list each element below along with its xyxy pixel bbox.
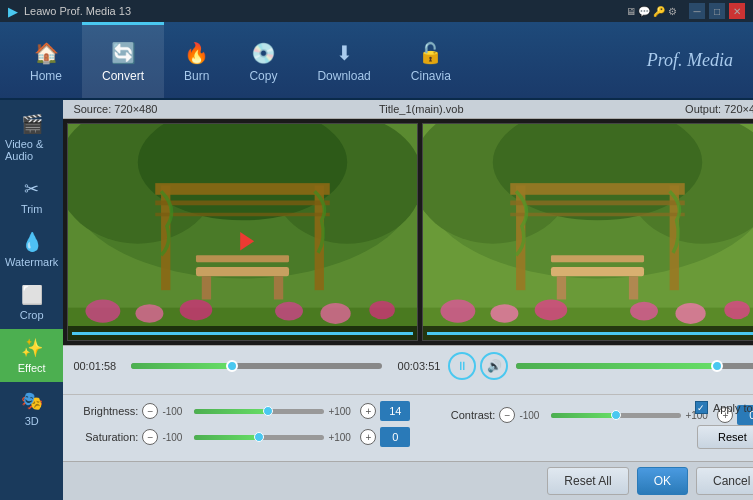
nav-burn[interactable]: 🔥 Burn <box>164 22 229 98</box>
nav-burn-label: Burn <box>184 69 209 83</box>
nav-cinavia[interactable]: 🔓 Cinavia <box>391 22 471 98</box>
saturation-decrease-btn[interactable]: − <box>142 429 158 445</box>
svg-rect-13 <box>196 255 289 262</box>
reset-button[interactable]: Reset <box>697 425 753 449</box>
nav-cinavia-label: Cinavia <box>411 69 451 83</box>
main-nav: 🏠 Home 🔄 Convert 🔥 Burn 💿 Copy ⬇ Downloa… <box>0 22 753 100</box>
sidebar-item-video-audio[interactable]: 🎬 Video & Audio <box>0 105 63 170</box>
preview-area <box>63 119 753 345</box>
svg-rect-10 <box>196 267 289 276</box>
volume-thumb[interactable] <box>711 360 723 372</box>
svg-point-40 <box>630 302 658 321</box>
effect-icon: ✨ <box>21 337 43 359</box>
cinavia-icon: 🔓 <box>418 41 443 65</box>
nav-convert[interactable]: 🔄 Convert <box>82 22 164 98</box>
pause-button[interactable]: ⏸ <box>448 352 476 380</box>
cancel-button[interactable]: Cancel <box>696 467 753 495</box>
timeline-row: 00:01:58 00:03:51 ⏸ 🔊 <box>73 352 753 380</box>
svg-point-37 <box>441 299 476 322</box>
nav-copy[interactable]: 💿 Copy <box>229 22 297 98</box>
brightness-increase-btn[interactable]: + <box>360 403 376 419</box>
svg-rect-7 <box>156 183 331 195</box>
brightness-decrease-btn[interactable]: − <box>142 403 158 419</box>
sidebar-crop-label: Crop <box>20 309 44 321</box>
svg-point-18 <box>275 302 303 321</box>
main-editor: Source: 720×480 Title_1(main).vob Output… <box>63 100 753 500</box>
saturation-slider[interactable] <box>194 435 324 440</box>
nav-home[interactable]: 🏠 Home <box>10 22 82 98</box>
video-audio-icon: 🎬 <box>21 113 43 135</box>
checkbox-check-icon: ✓ <box>697 403 705 413</box>
brightness-max: +100 <box>328 406 356 417</box>
svg-rect-29 <box>511 183 686 195</box>
sidebar-item-effect[interactable]: ✨ Effect <box>0 329 63 382</box>
time-start: 00:01:58 <box>73 360 123 372</box>
contrast-decrease-btn[interactable]: − <box>499 407 515 423</box>
convert-icon: 🔄 <box>111 41 136 65</box>
crop-icon: ⬜ <box>21 284 43 306</box>
sidebar-effect-label: Effect <box>18 362 46 374</box>
info-bar: Source: 720×480 Title_1(main).vob Output… <box>63 100 753 119</box>
nav-download[interactable]: ⬇ Download <box>297 22 390 98</box>
contrast-thumb[interactable] <box>611 410 621 420</box>
trim-icon: ✂ <box>24 178 39 200</box>
saturation-max: +100 <box>328 432 356 443</box>
bottom-bar: Reset All OK Cancel <box>63 461 753 500</box>
sidebar-item-trim[interactable]: ✂ Trim <box>0 170 63 223</box>
apply-to-all-checkbox[interactable]: ✓ <box>695 401 708 414</box>
svg-rect-34 <box>629 276 638 299</box>
timeline-progress-original <box>72 332 413 335</box>
volume-button[interactable]: 🔊 <box>480 352 508 380</box>
title-bar: ▶ Leawo Prof. Media 13 🖥 💬 🔑 ⚙ ─ □ ✕ <box>0 0 753 22</box>
svg-rect-32 <box>551 267 644 276</box>
sidebar-video-audio-label: Video & Audio <box>5 138 58 162</box>
video-original <box>68 124 417 340</box>
svg-rect-12 <box>274 276 283 299</box>
nav-convert-label: Convert <box>102 69 144 83</box>
saturation-increase-btn[interactable]: + <box>360 429 376 445</box>
saturation-value: 0 <box>380 427 410 447</box>
window-controls: 🖥 💬 🔑 ⚙ ─ □ ✕ <box>626 3 745 19</box>
main-timeline-track[interactable] <box>131 363 382 369</box>
contrast-slider[interactable] <box>551 413 681 418</box>
ok-button[interactable]: OK <box>637 467 688 495</box>
svg-point-19 <box>321 303 351 324</box>
saturation-row: Saturation: − -100 +100 + 0 <box>73 427 410 447</box>
sidebar-3d-label: 3D <box>25 415 39 427</box>
download-icon: ⬇ <box>336 41 353 65</box>
brightness-thumb[interactable] <box>263 406 273 416</box>
time-end: 00:03:51 <box>390 360 440 372</box>
copy-icon: 💿 <box>251 41 276 65</box>
timeline-thumb[interactable] <box>226 360 238 372</box>
volume-track[interactable] <box>516 363 753 369</box>
brightness-filled <box>194 409 268 414</box>
video-panel-preview <box>422 123 753 341</box>
brightness-label: Brightness: <box>73 405 138 417</box>
3d-icon: 🎭 <box>21 390 43 412</box>
controls-lower: Brightness: − -100 +100 + 14 Saturatio <box>73 401 753 453</box>
brightness-row: Brightness: − -100 +100 + 14 <box>73 401 410 421</box>
sidebar-item-watermark[interactable]: 💧 Watermark <box>0 223 63 276</box>
svg-rect-33 <box>557 276 566 299</box>
title-bar-left: ▶ Leawo Prof. Media 13 <box>8 4 131 19</box>
burn-icon: 🔥 <box>184 41 209 65</box>
app-icon: ▶ <box>8 4 18 19</box>
apply-to-all: ✓ Apply to All <box>695 401 753 414</box>
minimize-button[interactable]: ─ <box>689 3 705 19</box>
video-preview <box>423 124 753 340</box>
saturation-thumb[interactable] <box>254 432 264 442</box>
contrast-filled <box>551 413 616 418</box>
svg-point-20 <box>370 301 396 320</box>
svg-point-42 <box>725 301 751 320</box>
saturation-filled <box>194 435 259 440</box>
sidebar-item-3d[interactable]: 🎭 3D <box>0 382 63 435</box>
close-button[interactable]: ✕ <box>729 3 745 19</box>
status-icons: 🖥 💬 🔑 ⚙ <box>626 6 677 17</box>
brightness-slider[interactable] <box>194 409 324 414</box>
maximize-button[interactable]: □ <box>709 3 725 19</box>
svg-point-39 <box>535 299 568 320</box>
sidebar-item-crop[interactable]: ⬜ Crop <box>0 276 63 329</box>
timeline-filled <box>131 363 231 369</box>
reset-all-button[interactable]: Reset All <box>547 467 628 495</box>
left-effects: Brightness: − -100 +100 + 14 Saturatio <box>73 401 410 453</box>
